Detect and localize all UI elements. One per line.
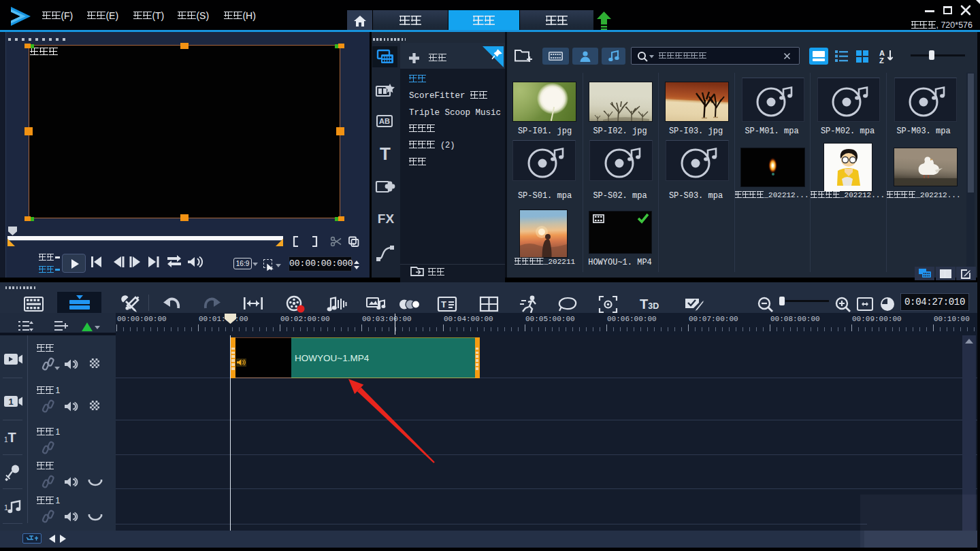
svg-text:1: 1 bbox=[4, 503, 8, 512]
svg-text:Z: Z bbox=[879, 56, 884, 65]
svg-text:T: T bbox=[441, 299, 446, 310]
svg-text:1: 1 bbox=[9, 397, 14, 407]
